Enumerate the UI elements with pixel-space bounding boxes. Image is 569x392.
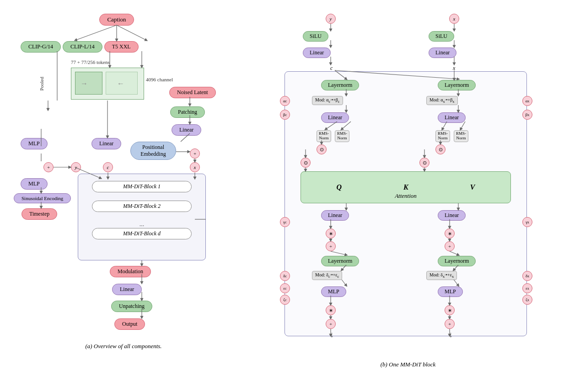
attention-label: Attention	[395, 192, 417, 200]
odot-r2-circle: ⊙	[419, 158, 429, 168]
block1-label: MM-DiT-Block 1	[92, 181, 192, 192]
silu-left-box: SiLU	[303, 31, 328, 42]
odot-r-circle: ⊙	[435, 144, 446, 154]
plus-l-symbol: +	[326, 241, 336, 251]
timestep-box: Timestep	[21, 208, 57, 220]
silu-left-label: SiLU	[303, 31, 328, 42]
delta-c-circle: δc	[280, 271, 290, 281]
linear-r3-box: Linear	[438, 210, 466, 221]
right-panel-label: (b) One MM-DiT block	[381, 361, 436, 368]
delta-c-label: δc	[280, 271, 290, 281]
linear-r3-label: Linear	[438, 210, 466, 221]
star-l-circle: ∗	[326, 228, 336, 238]
arrow-down-r: ↓	[449, 330, 453, 339]
gamma-c-circle: γc	[280, 217, 290, 227]
linear-left-label: Linear	[303, 48, 331, 58]
star-r-circle: ∗	[445, 228, 455, 238]
token-rect: → ←	[71, 68, 144, 100]
linear-bottom-label: Linear	[112, 284, 142, 295]
y-top-circle: y	[326, 14, 336, 24]
zeta-c-label: ζc	[280, 295, 290, 305]
mod-right-label: Mod: αx·•+βx	[426, 96, 458, 105]
right-diagram: y x SiLU SiLU Linear Linear c	[275, 9, 541, 356]
x-top-label: x	[449, 14, 459, 24]
left-panel: Caption CLIP-G/14 CLIP-L/14 T5 XXL 77 + …	[5, 5, 242, 368]
right-panel: y x SiLU SiLU Linear Linear c	[252, 5, 564, 368]
layernorm-right-box: Layernorm	[438, 80, 476, 90]
unpatching-box: Unpatching	[111, 301, 152, 312]
beta-c-label: βc	[280, 110, 290, 120]
pos-embed-box: Positional Embedding	[130, 142, 176, 160]
c-main-label: c	[330, 65, 333, 72]
plus-r-circle: +	[445, 241, 455, 251]
ellipsis-label: ...	[78, 221, 205, 228]
rms-r2-box: RMS-Norm	[454, 130, 468, 142]
star-l-symbol: ∗	[326, 228, 336, 238]
block-d-box: MM-DiT-Block d	[92, 228, 192, 239]
epsilon-c-label: εc	[280, 283, 290, 293]
linear-mid-box: Linear	[91, 138, 121, 149]
rms-l2-label: RMS-Norm	[335, 130, 349, 142]
left-diagram: Caption CLIP-G/14 CLIP-L/14 T5 XXL 77 + …	[11, 9, 236, 338]
linear-l2-box: Linear	[321, 112, 349, 123]
caption-box: Caption	[80, 14, 153, 26]
rms-l1-label: RMS-Norm	[317, 130, 331, 142]
plus-r-symbol: +	[445, 241, 455, 251]
sin-encoding-box: Sinusoidal Encoding	[14, 193, 71, 203]
c-circle: c	[103, 162, 113, 172]
star-l2-symbol: ∗	[326, 305, 336, 315]
modulation-box: Modulation	[110, 266, 151, 277]
v-label: V	[470, 183, 475, 191]
mmdit-outer-rect: MM-DiT-Block 1 MM-DiT-Block 2 ... MM-DiT…	[78, 174, 206, 260]
odot-r2-symbol: ⊙	[419, 158, 429, 168]
mlp-right-box: MLP	[438, 286, 463, 297]
star-r-symbol: ∗	[445, 228, 455, 238]
mod-left-label: Mod: αc·•+βc	[312, 96, 343, 105]
svg-line-0	[75, 25, 117, 40]
linear-top-label: Linear	[172, 124, 201, 136]
layernorm-left-label: Layernorm	[321, 80, 359, 90]
c-label: c	[103, 162, 113, 172]
silu-right-label: SiLU	[429, 31, 454, 42]
mlp-bottom-label: MLP	[21, 178, 48, 190]
t5-xxl-box: T5 XXL	[104, 41, 139, 53]
clip-l-box: CLIP-L/14	[63, 41, 102, 53]
noised-latent-label: Noised Latent	[169, 87, 216, 98]
mlp-bottom-box: MLP	[21, 178, 48, 190]
delta-x-label: δx	[522, 271, 532, 281]
odot-l2-symbol: ⊙	[301, 158, 311, 168]
epsilon-x-circle: εx	[522, 283, 532, 293]
x-label: x	[190, 162, 200, 172]
odot-r-symbol: ⊙	[435, 144, 446, 154]
zeta-x-label: ζx	[522, 295, 532, 305]
patching-box: Patching	[170, 106, 205, 118]
layernorm-l2-label: Layernorm	[321, 256, 359, 266]
output-box: Output	[114, 318, 145, 330]
linear-l3-label: Linear	[321, 210, 349, 221]
x-top-circle: x	[449, 14, 459, 24]
linear-l3-box: Linear	[321, 210, 349, 221]
x-circle: x	[190, 162, 200, 172]
layernorm-r2-box: Layernorm	[438, 256, 476, 266]
main-container: Caption CLIP-G/14 CLIP-L/14 T5 XXL 77 + …	[5, 5, 564, 368]
mod-right-box: Mod: αx·•+βx	[426, 96, 458, 105]
k-label: K	[403, 183, 408, 191]
layernorm-r2-label: Layernorm	[438, 256, 476, 266]
y-circle: y	[71, 162, 81, 172]
mod-l2-label: Mod: δc·•+εc	[312, 271, 342, 280]
linear-mid-label: Linear	[91, 138, 121, 149]
alpha-c-label: αc	[280, 96, 290, 106]
sin-encoding-label: Sinusoidal Encoding	[14, 193, 71, 203]
attention-content: Q K V Attention	[301, 171, 511, 203]
channel-label: 4096 channel	[146, 77, 173, 82]
beta-c-circle: βc	[280, 110, 290, 120]
layernorm-l2-box: Layernorm	[321, 256, 359, 266]
pos-embed-label: Positional Embedding	[130, 142, 176, 160]
gamma-x-label: γx	[522, 217, 532, 227]
clip-g-box: CLIP-G/14	[21, 41, 61, 53]
odot-l-symbol: ⊙	[317, 144, 327, 154]
plus-l-circle: +	[326, 241, 336, 251]
linear-r2-label: Linear	[438, 112, 466, 123]
mod-r2-box: Mod: δx·•+εx	[426, 271, 457, 280]
block2-label: MM-DiT-Block 2	[92, 201, 192, 212]
